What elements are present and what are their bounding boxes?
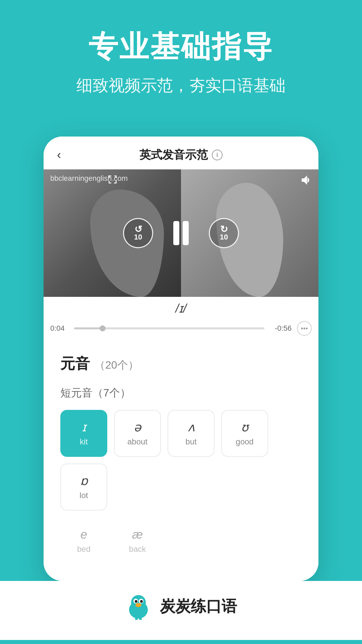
phoneme-word: kit [80, 437, 88, 446]
phoneme-word: good [236, 437, 253, 446]
vowel-count: （20个） [95, 358, 139, 373]
phoneme-symbol: ʌ [188, 420, 195, 434]
info-icon-symbol: i [216, 152, 218, 159]
main-title: 专业基础指导 [88, 27, 274, 67]
phoneme-card[interactable]: ʌ but [168, 410, 215, 457]
progress-thumb [100, 325, 106, 331]
svg-rect-7 [135, 618, 138, 620]
phonetic-display: /ɪ/ [44, 297, 318, 319]
phoneme-word-sm: back [129, 544, 146, 554]
phoneme-card-sm[interactable]: æ back [114, 517, 161, 564]
phoneme-symbol: ʊ [241, 420, 248, 434]
progress-fill [74, 327, 103, 329]
app-name: 炭炭练口语 [160, 596, 237, 617]
more-options-button[interactable]: ••• [297, 321, 312, 336]
phoneme-grid-row2: e bed æ back [60, 517, 302, 564]
phone-title-text: 英式发音示范 [139, 147, 208, 163]
phone-mockup: ‹ 英式发音示范 i bbclearningenglish.com [44, 137, 318, 581]
content-section: 元音 （20个） 短元音（7个） ɪ kit ə about ʌ but ʊ g… [44, 340, 318, 581]
svg-point-6 [135, 603, 141, 607]
phoneme-word: lot [79, 491, 88, 500]
phoneme-grid-row1: ɪ kit ə about ʌ but ʊ good ɒ lot [60, 410, 302, 511]
phone-title-container: 英式发音示范 i [139, 147, 223, 163]
phoneme-symbol: ɪ [82, 420, 86, 434]
rewind-forward-icon: ↺ [220, 225, 228, 234]
more-dots-icon: ••• [301, 325, 308, 332]
vowel-label: 元音 [60, 354, 90, 374]
rewind-forward-button[interactable]: ↺ 10 [209, 218, 239, 248]
video-controls: ↺ 10 ↺ 10 [44, 169, 318, 297]
time-current: 0:04 [50, 324, 69, 333]
phoneme-word-sm: bed [77, 544, 90, 554]
progress-bar[interactable] [74, 327, 264, 329]
pause-bar-2 [183, 221, 189, 245]
phoneme-card[interactable]: ɪ kit [60, 410, 107, 457]
top-section: 专业基础指导 细致视频示范，夯实口语基础 [0, 0, 362, 116]
progress-area: 0:04 -0:56 ••• [44, 319, 318, 340]
phoneme-word: about [127, 437, 147, 446]
bottom-bar: 炭炭练口语 [0, 581, 362, 640]
phoneme-symbol: ɒ [80, 474, 88, 488]
phoneme-symbol-sm: æ [132, 528, 143, 542]
svg-rect-8 [139, 618, 142, 620]
video-area[interactable]: bbclearningenglish.com ↺ 10 ↺ [44, 169, 318, 297]
phoneme-word: but [185, 437, 196, 446]
phoneme-card[interactable]: ə about [114, 410, 161, 457]
phoneme-card[interactable]: ɒ lot [60, 464, 107, 511]
rewind-back-label: 10 [134, 233, 142, 241]
pause-bar-1 [173, 221, 179, 245]
app-logo [125, 593, 152, 620]
short-vowel-count: （7个） [93, 387, 131, 399]
short-vowel-label: 短元音 [60, 387, 93, 399]
svg-point-4 [135, 600, 137, 603]
svg-point-1 [131, 595, 146, 610]
phoneme-symbol: ə [134, 420, 141, 434]
svg-point-5 [140, 600, 143, 603]
phone-header: ‹ 英式发音示范 i [44, 137, 318, 169]
rewind-back-button[interactable]: ↺ 10 [123, 218, 153, 248]
phoneme-card[interactable]: ʊ good [221, 410, 268, 457]
phoneme-card-sm[interactable]: e bed [60, 517, 107, 564]
back-button[interactable]: ‹ [57, 148, 61, 162]
phoneme-symbol-sm: e [80, 528, 87, 542]
sub-title: 细致视频示范，夯实口语基础 [76, 75, 286, 96]
pause-button[interactable] [173, 221, 189, 245]
info-icon[interactable]: i [212, 150, 223, 160]
short-vowel-title: 短元音（7个） [60, 386, 302, 400]
section-title: 元音 （20个） [60, 354, 302, 374]
time-remaining: -0:56 [270, 324, 292, 333]
